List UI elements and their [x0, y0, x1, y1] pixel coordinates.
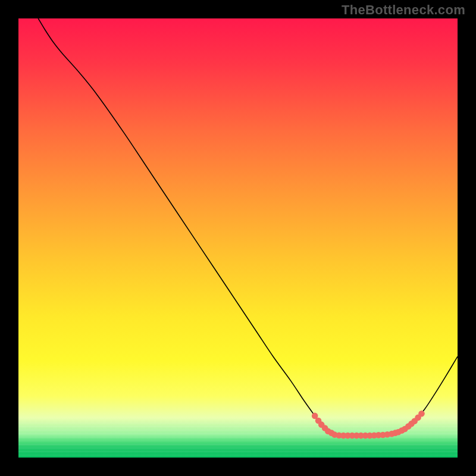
marker-dot	[418, 411, 425, 417]
watermark-text: TheBottleneck.com	[342, 2, 465, 18]
plot-area	[18, 18, 458, 458]
chart-root: TheBottleneck.com	[0, 0, 476, 476]
gradient-background	[18, 18, 458, 458]
chart-svg	[18, 18, 458, 458]
